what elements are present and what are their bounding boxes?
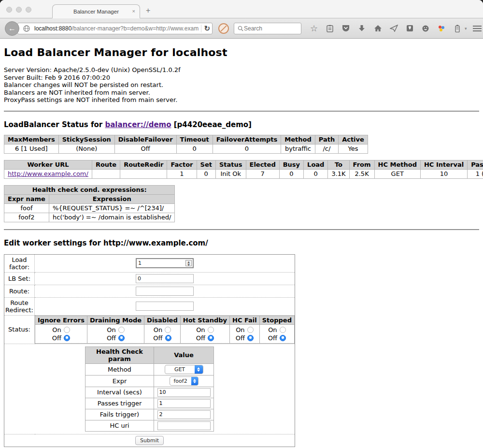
number-spinner-icon[interactable]: ▲▼: [185, 260, 192, 266]
zoom-window-button[interactable]: [26, 7, 31, 13]
lb-set-label: LB Set:: [4, 272, 35, 285]
disabled-off-radio[interactable]: [165, 335, 171, 341]
route-input[interactable]: [136, 287, 194, 296]
draining-mode-on-radio[interactable]: [118, 327, 125, 333]
col-timeout: Timeout: [176, 135, 213, 144]
panel-download-icon[interactable]: [405, 24, 414, 33]
method-label: Method: [85, 363, 154, 375]
balancer-demo-link[interactable]: balancer://demo: [105, 120, 171, 129]
table-row: http://www.example.com/ 1 0 Init Ok 7 0 …: [4, 169, 483, 178]
col-worker-url: Worker URL: [4, 160, 92, 169]
hc-uri-label: HC uri: [85, 420, 154, 431]
cell-busy: 0: [279, 169, 303, 178]
page-content: Load Balancer Manager for localhost Serv…: [0, 39, 483, 448]
radio-on-label: On: [52, 326, 61, 333]
server-version-line: Server Version: Apache/2.5.0-dev (Unix) …: [4, 66, 479, 74]
ignore-errors-on-radio[interactable]: [64, 327, 70, 333]
search-icon: [237, 25, 244, 32]
site-identity-globe-icon[interactable]: [22, 24, 31, 33]
col-path: Path: [315, 135, 338, 144]
url-bar[interactable]: localhost:8880/balancer-manager?b=demo&w…: [17, 23, 213, 34]
reload-icon[interactable]: ↻: [204, 24, 210, 33]
hc-row-interval: Interval (secs): [85, 387, 214, 398]
extension-dots-icon[interactable]: [437, 24, 446, 33]
balancers-note-line: Balancers are NOT inherited from main se…: [4, 89, 479, 97]
radio-off-label: Off: [196, 334, 205, 342]
table-title-row: Health check cond. expressions:: [4, 185, 175, 194]
tab-close-icon[interactable]: ×: [132, 9, 135, 14]
cell-expr-name: foof: [4, 203, 49, 213]
tab-title: Balancer Manager: [73, 9, 119, 14]
home-icon[interactable]: [373, 24, 383, 33]
col-status: Status: [215, 160, 246, 169]
col-hc-method: HC Method: [374, 160, 420, 169]
menu-icon[interactable]: [473, 26, 482, 31]
tab-balancer-manager[interactable]: Balancer Manager ×: [52, 4, 140, 18]
cell-path: /c/: [315, 144, 338, 153]
col-hc-interval: HC Interval: [420, 160, 467, 169]
cell-method: bytraffic: [281, 144, 315, 153]
search-bar[interactable]: [234, 23, 301, 34]
worker-url-link[interactable]: http://www.example.com/: [8, 170, 88, 177]
form-row-route: Route:: [4, 285, 295, 297]
edit-worker-heading: Edit worker settings for http://www.exam…: [4, 239, 479, 247]
hot-standby-on-radio[interactable]: [208, 327, 214, 333]
method-select[interactable]: GET: [165, 365, 203, 374]
hot-standby-off-radio[interactable]: [208, 335, 214, 341]
feedback-smiley-icon[interactable]: [421, 24, 430, 33]
new-tab-button[interactable]: +: [146, 6, 150, 15]
col-hc-param: Health Check param: [85, 347, 154, 363]
cell-disablefailover: Off: [114, 144, 176, 153]
load-factor-input[interactable]: [136, 258, 194, 268]
cell-from: 2.5K: [349, 169, 374, 178]
back-button[interactable]: ←: [5, 21, 19, 36]
titlebar: Balancer Manager × +: [0, 0, 483, 18]
cell-hc-interval: 10: [420, 169, 467, 178]
ignore-errors-off-radio[interactable]: [64, 335, 70, 341]
col-expr-name: Expr name: [4, 194, 49, 203]
minimize-window-button[interactable]: [16, 7, 22, 13]
form-row-health-check: Health Check param Value Method GET: [4, 344, 295, 434]
lb-set-input[interactable]: [136, 274, 194, 283]
form-row-lb-set: LB Set:: [4, 272, 295, 285]
disabled-on-radio[interactable]: [165, 327, 171, 333]
submit-button[interactable]: Submit: [135, 436, 164, 445]
hc-fail-off-radio[interactable]: [247, 335, 254, 341]
bookmark-star-icon[interactable]: ☆: [309, 24, 319, 33]
reading-list-icon[interactable]: [325, 24, 335, 33]
toolbar-icons: ☆: [309, 24, 467, 33]
passes-input[interactable]: [157, 399, 211, 408]
url-path: /balancer-manager?b=demo&w=http://www.ex…: [71, 25, 199, 32]
stopped-off-radio[interactable]: [280, 335, 286, 341]
page-title: Load Balancer Manager for localhost: [4, 46, 479, 58]
hc-uri-input[interactable]: [157, 421, 211, 430]
hc-fail-on-radio[interactable]: [247, 327, 254, 333]
close-window-button[interactable]: [6, 7, 12, 13]
edit-worker-form: Load factor: ▲▼ LB Set: Route: Route Red…: [4, 254, 295, 447]
battery-icon[interactable]: [453, 24, 462, 33]
url-divider: [201, 25, 201, 32]
heading-prefix: LoadBalancer Status for: [4, 120, 105, 129]
send-plane-icon[interactable]: [389, 24, 398, 33]
pocket-icon[interactable]: [341, 24, 351, 33]
col-elected: Elected: [246, 160, 279, 169]
route-redirect-input[interactable]: [136, 302, 194, 311]
search-input[interactable]: [244, 25, 292, 32]
downloads-icon[interactable]: [357, 24, 367, 33]
draining-mode-off-radio[interactable]: [118, 335, 125, 341]
content-blocker-icon[interactable]: [218, 23, 229, 34]
server-info: Server Version: Apache/2.5.0-dev (Unix) …: [4, 66, 479, 104]
radio-off-label: Off: [236, 334, 245, 342]
interval-input[interactable]: [157, 388, 211, 397]
expr-label: Expr: [85, 375, 154, 387]
cell-route: [92, 169, 120, 178]
stopped-on-radio[interactable]: [280, 327, 286, 333]
cell-passes: 1 (0): [468, 169, 483, 178]
url-text[interactable]: localhost:8880/balancer-manager?b=demo&w…: [34, 25, 199, 32]
fails-input[interactable]: [157, 410, 211, 419]
overflow-caret-icon[interactable]: ▾: [465, 26, 467, 31]
expr-select[interactable]: foof2: [170, 376, 199, 386]
radio-off-label: Off: [52, 334, 61, 342]
status-label: Status:: [4, 315, 35, 344]
col-routeredir: RouteRedir: [120, 160, 167, 169]
